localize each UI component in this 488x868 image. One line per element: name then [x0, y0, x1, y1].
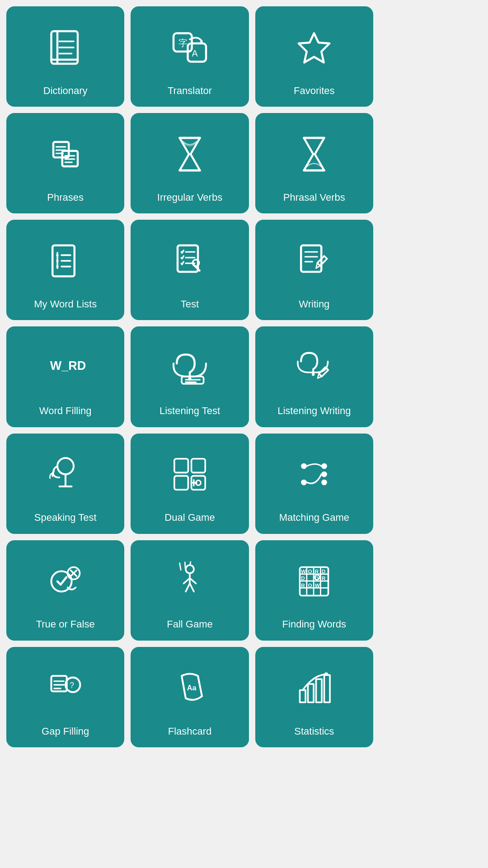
- svg-point-27: [56, 265, 58, 268]
- svg-point-64: [322, 463, 328, 469]
- card-gap-filling[interactable]: ?Gap Filling: [6, 647, 124, 747]
- svg-text:R: R: [322, 575, 326, 581]
- svg-text:W: W: [301, 568, 307, 574]
- gap-filling-icon: ?: [11, 655, 120, 721]
- svg-text:R: R: [301, 582, 305, 588]
- svg-text:D: D: [315, 575, 319, 581]
- irregular-verbs-label: Irregular Verbs: [157, 192, 222, 203]
- card-speaking-test[interactable]: Speaking Test: [6, 434, 124, 534]
- matching-game-icon: [260, 442, 369, 508]
- card-favorites[interactable]: Favorites: [255, 6, 373, 107]
- svg-point-66: [322, 480, 328, 486]
- dual-game-label: Dual Game: [164, 512, 215, 524]
- card-flashcard[interactable]: AaFlashcard: [131, 647, 249, 747]
- main-grid: Dictionary字ATranslatorFavoritesPhrasesIr…: [0, 0, 380, 754]
- card-dictionary[interactable]: Dictionary: [6, 6, 124, 107]
- writing-icon: [260, 228, 369, 294]
- card-fall-game[interactable]: Fall Game: [131, 540, 249, 641]
- gap-filling-label: Gap Filling: [42, 726, 89, 737]
- card-my-word-lists[interactable]: My Word Lists: [6, 220, 124, 320]
- svg-rect-38: [301, 245, 322, 272]
- listening-test-label: Listening Test: [160, 405, 220, 417]
- test-icon: [135, 228, 244, 294]
- translator-icon: 字A: [135, 14, 244, 80]
- finding-words-label: Finding Words: [282, 618, 346, 630]
- listening-test-icon: [135, 335, 244, 401]
- statistics-icon: [260, 655, 369, 721]
- svg-marker-10: [299, 33, 329, 62]
- svg-line-74: [190, 578, 196, 583]
- svg-line-73: [183, 578, 190, 583]
- writing-label: Writing: [299, 298, 329, 310]
- card-phrasal-verbs[interactable]: Phrasal Verbs: [255, 113, 373, 213]
- svg-rect-108: [324, 675, 330, 702]
- card-dual-game[interactable]: Dual Game: [131, 434, 249, 534]
- word-filling-label: Word Filling: [39, 405, 92, 417]
- svg-text:字: 字: [178, 38, 188, 48]
- svg-text:W: W: [315, 582, 320, 588]
- svg-point-62: [301, 463, 307, 469]
- phrasal-verbs-icon: [260, 121, 369, 187]
- test-label: Test: [181, 298, 199, 310]
- svg-rect-55: [174, 459, 188, 473]
- dual-game-icon: [135, 442, 244, 508]
- translator-label: Translator: [168, 85, 212, 97]
- dictionary-icon: [11, 14, 120, 80]
- svg-line-77: [179, 563, 181, 570]
- listening-writing-label: Listening Writing: [277, 405, 351, 417]
- flashcard-label: Flashcard: [168, 726, 212, 737]
- matching-game-label: Matching Game: [279, 512, 349, 524]
- my-word-lists-label: My Word Lists: [34, 298, 97, 310]
- irregular-verbs-icon: [135, 121, 244, 187]
- card-listening-writing[interactable]: Listening Writing: [255, 326, 373, 427]
- card-matching-game[interactable]: Matching Game: [255, 434, 373, 534]
- svg-rect-106: [308, 684, 314, 703]
- fall-game-label: Fall Game: [167, 618, 212, 630]
- fall-game-icon: [135, 548, 244, 614]
- card-translator[interactable]: 字ATranslator: [131, 6, 249, 107]
- card-listening-test[interactable]: Listening Test: [131, 326, 249, 427]
- svg-point-63: [301, 480, 307, 486]
- listening-writing-icon: [260, 335, 369, 401]
- svg-text:D: D: [301, 575, 305, 581]
- svg-point-52: [57, 458, 74, 474]
- card-irregular-verbs[interactable]: Irregular Verbs: [131, 113, 249, 213]
- svg-text:W_RD: W_RD: [50, 359, 85, 373]
- card-phrases[interactable]: Phrases: [6, 113, 124, 213]
- svg-point-26: [56, 259, 58, 262]
- svg-text:D: D: [322, 568, 325, 574]
- svg-rect-56: [192, 459, 206, 473]
- svg-rect-105: [300, 690, 306, 702]
- card-writing[interactable]: Writing: [255, 220, 373, 320]
- true-or-false-icon: [11, 548, 120, 614]
- svg-text:O: O: [308, 582, 312, 588]
- card-finding-words[interactable]: WORDDDRROWFinding Words: [255, 540, 373, 641]
- speaking-test-label: Speaking Test: [34, 512, 97, 524]
- phrases-icon: [11, 121, 120, 187]
- true-or-false-label: True or False: [36, 618, 95, 630]
- card-true-or-false[interactable]: True or False: [6, 540, 124, 641]
- svg-rect-107: [316, 679, 322, 702]
- svg-text:O: O: [308, 568, 312, 574]
- svg-text:R: R: [315, 568, 319, 574]
- finding-words-icon: WORDDDRROW: [260, 548, 369, 614]
- my-word-lists-icon: [11, 228, 120, 294]
- svg-line-78: [185, 562, 185, 568]
- phrases-label: Phrases: [47, 192, 84, 203]
- flashcard-icon: Aa: [135, 655, 244, 721]
- phrasal-verbs-label: Phrasal Verbs: [283, 192, 345, 203]
- svg-line-76: [190, 583, 194, 591]
- svg-text:?: ?: [70, 681, 74, 690]
- card-test[interactable]: Test: [131, 220, 249, 320]
- svg-text:A: A: [192, 48, 198, 58]
- svg-point-49: [312, 373, 314, 376]
- card-statistics[interactable]: Statistics: [255, 647, 373, 747]
- favorites-icon: [260, 14, 369, 80]
- favorites-label: Favorites: [294, 85, 334, 97]
- svg-point-65: [322, 472, 328, 477]
- speaking-test-icon: [11, 442, 120, 508]
- svg-point-71: [186, 565, 194, 573]
- svg-line-79: [190, 561, 191, 564]
- card-word-filling[interactable]: W_RDWord Filling: [6, 326, 124, 427]
- statistics-label: Statistics: [294, 726, 334, 737]
